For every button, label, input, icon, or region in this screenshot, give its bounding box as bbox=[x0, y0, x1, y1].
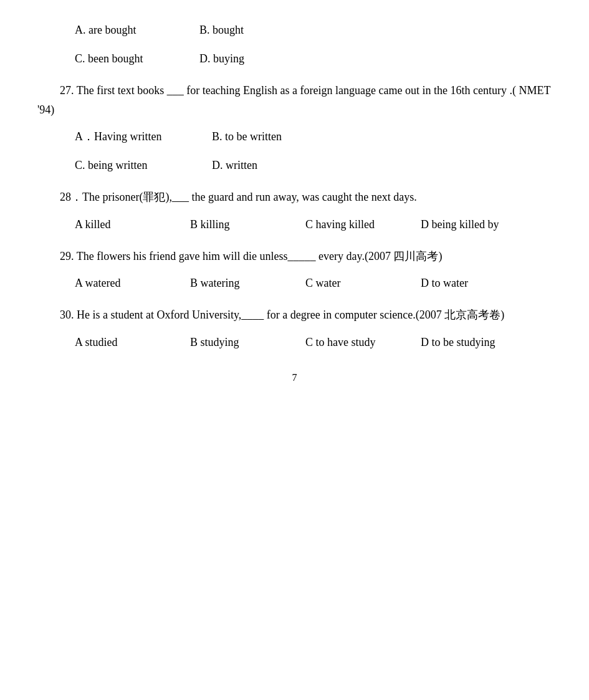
q26-option-b: B. bought bbox=[199, 19, 324, 41]
q27-text: 27. The first text books ___ for teachin… bbox=[37, 81, 552, 119]
q30-text: 30. He is a student at Oxford University… bbox=[37, 305, 552, 325]
q27-option-a: A．Having written bbox=[75, 125, 212, 148]
page-number: 7 bbox=[37, 372, 552, 383]
question-29: 29. The flowers his friend gave him will… bbox=[37, 247, 552, 295]
q26-option-a: A. are bought bbox=[75, 19, 199, 41]
question-27: 27. The first text books ___ for teachin… bbox=[37, 81, 552, 176]
q26-option-c: C. been bought bbox=[75, 47, 199, 70]
q28-option-d: D being killed by bbox=[421, 213, 536, 236]
q29-option-d: D to water bbox=[421, 272, 536, 294]
q26-options-row1: A. are bought B. bought bbox=[75, 19, 552, 41]
q28-option-a: A killed bbox=[75, 213, 190, 236]
q29-options-row: A watered B watering C water D to water bbox=[75, 272, 552, 294]
q28-text: 28．The prisoner(罪犯),___ the guard and ru… bbox=[37, 188, 552, 207]
q26-option-d: D. buying bbox=[199, 47, 324, 70]
q30-option-d: D to be studying bbox=[421, 331, 536, 353]
q30-option-b: B studying bbox=[190, 331, 305, 353]
q29-option-b: B watering bbox=[190, 272, 305, 294]
q29-text: 29. The flowers his friend gave him will… bbox=[37, 247, 552, 266]
q28-option-c: C having killed bbox=[305, 213, 421, 236]
q30-option-a: A studied bbox=[75, 331, 190, 353]
q28-options-row: A killed B killing C having killed D bei… bbox=[75, 213, 552, 236]
q27-option-c: C. being written bbox=[75, 154, 212, 176]
q27-option-d: D. written bbox=[212, 154, 337, 176]
q30-options-row: A studied B studying C to have study D t… bbox=[75, 331, 552, 353]
q27-option-b: B. to be written bbox=[212, 125, 337, 148]
q27-options-row2: C. being written D. written bbox=[75, 154, 552, 176]
question-30: 30. He is a student at Oxford University… bbox=[37, 305, 552, 353]
question-26-options: A. are bought B. bought C. been bought D… bbox=[37, 19, 552, 70]
q27-options-row1: A．Having written B. to be written bbox=[75, 125, 552, 148]
q26-options-row2: C. been bought D. buying bbox=[75, 47, 552, 70]
q29-option-c: C water bbox=[305, 272, 421, 294]
question-28: 28．The prisoner(罪犯),___ the guard and ru… bbox=[37, 188, 552, 236]
q29-option-a: A watered bbox=[75, 272, 190, 294]
q28-option-b: B killing bbox=[190, 213, 305, 236]
q30-option-c: C to have study bbox=[305, 331, 421, 353]
